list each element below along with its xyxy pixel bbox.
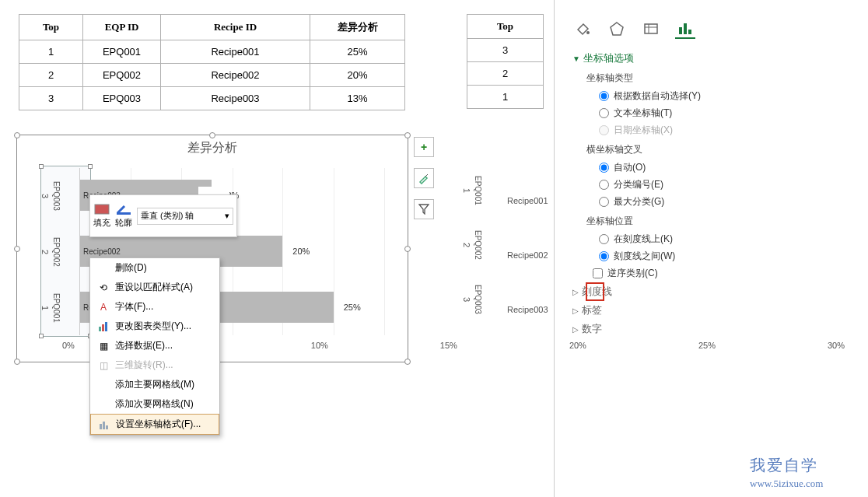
brush-icon [418, 172, 430, 184]
ctx-delete[interactable]: 删除(D) [90, 258, 219, 278]
fill-button[interactable]: 填充 [93, 203, 110, 229]
section-number[interactable]: ▷数字 [572, 322, 860, 336]
svg-marker-9 [611, 23, 623, 35]
th-diff: 差异分析 [310, 15, 405, 40]
annotation-highlight-box [586, 282, 604, 301]
effects-tab[interactable] [607, 19, 627, 39]
radio-text-axis[interactable]: 文本坐标轴(T) [599, 107, 860, 120]
th-recipe: Recipe ID [161, 15, 310, 40]
reset-icon: ⟲ [96, 282, 110, 294]
th-top2: Top [467, 15, 544, 39]
top-table-right: Top 3 2 1 [467, 14, 544, 109]
axis-pos-label: 坐标轴位置 [586, 215, 860, 228]
table-row: 1 [467, 86, 544, 109]
section-labels[interactable]: ▷标签 [572, 303, 860, 317]
font-icon: A [96, 301, 110, 313]
right-chart-partial: 1EPQ001 Recipe001 2EPQ002 Recipe002 3EPQ… [462, 163, 551, 334]
svg-rect-4 [105, 322, 107, 331]
paint-bucket-icon [574, 20, 591, 37]
rotate-3d-icon: ◫ [96, 359, 110, 372]
select-data-icon: ▦ [96, 340, 110, 352]
chart-type-icon [96, 320, 110, 333]
fill-line-tab[interactable] [572, 19, 593, 39]
th-top: Top [19, 15, 83, 40]
format-axis-panel: x ▼坐标轴选项 坐标轴类型 根据数据自动选择(Y) 文本坐标轴(T) 日期坐标… [572, 0, 860, 341]
radio-between-tick[interactable]: 刻度线之间(W) [599, 250, 860, 263]
svg-rect-2 [99, 327, 101, 331]
table-row: 2 [467, 62, 544, 86]
ctx-format-axis[interactable]: 设置坐标轴格式(F)... [90, 414, 219, 435]
size-properties-tab[interactable] [641, 19, 661, 39]
outline-button[interactable]: 轮廓 [115, 203, 132, 229]
th-eqp: EQP ID [83, 15, 161, 40]
radio-cat-number[interactable]: 分类编号(E) [599, 178, 860, 191]
svg-rect-3 [102, 324, 104, 331]
diff-analysis-table: Top EQP ID Recipe ID 差异分析 1EPQ001Recipe0… [19, 14, 405, 110]
svg-rect-1 [117, 212, 131, 215]
axis-type-label: 坐标轴类型 [586, 72, 860, 85]
filter-icon [418, 204, 429, 215]
format-axis-icon [97, 418, 111, 431]
svg-rect-11 [679, 27, 682, 34]
table-row: 3EPQ003Recipe00313% [19, 87, 405, 110]
svg-rect-5 [100, 424, 102, 429]
panel-divider[interactable] [554, 0, 555, 497]
radio-max-cat[interactable]: 最大分类(G) [599, 195, 860, 208]
svg-rect-12 [684, 23, 687, 34]
pentagon-icon [608, 20, 625, 37]
table-row: 1EPQ001Recipe00125% [19, 40, 405, 64]
ctx-add-minor-grid[interactable]: 添加次要网格线(N) [90, 394, 219, 414]
ctx-font[interactable]: A字体(F)... [90, 297, 219, 317]
radio-date-axis: 日期坐标轴(X) [599, 124, 860, 137]
bar-chart-icon [677, 19, 694, 37]
section-axis-options[interactable]: ▼坐标轴选项 [572, 51, 860, 65]
ctx-add-major-grid[interactable]: 添加主要网格线(M) [90, 375, 219, 394]
watermark: 我爱自学 www.5izixue.com [750, 455, 823, 490]
ctx-3d-rotate: ◫三维旋转(R)... [90, 355, 219, 375]
check-reverse-categories[interactable]: 逆序类别(C) [593, 267, 860, 280]
radio-on-tick[interactable]: 在刻度线上(K) [599, 233, 860, 246]
ctx-select-data[interactable]: ▦选择数据(E)... [90, 336, 219, 355]
size-icon [642, 20, 660, 37]
section-ticks[interactable]: ▷刻度线 [572, 285, 860, 299]
mini-format-toolbar: 填充 轮廓 垂直 (类别) 轴 ▾ [89, 194, 237, 237]
table-row: 3 [467, 39, 544, 62]
ctx-reset-style[interactable]: ⟲重设以匹配样式(A) [90, 278, 219, 297]
svg-rect-7 [106, 425, 108, 429]
svg-rect-0 [95, 205, 109, 214]
fill-icon [93, 203, 110, 215]
table-row: 2EPQ002Recipe00220% [19, 64, 405, 87]
chevron-down-icon: ▾ [225, 211, 229, 221]
svg-rect-6 [103, 422, 105, 429]
svg-rect-10 [645, 24, 657, 33]
chart-title: 差异分析 [17, 140, 408, 156]
chart-filter-button[interactable] [414, 199, 434, 219]
axis-context-menu: 删除(D) ⟲重设以匹配样式(A) A字体(F)... 更改图表类型(Y)...… [89, 257, 220, 436]
outline-icon [115, 203, 132, 215]
axis-options-tab[interactable] [675, 19, 695, 39]
radio-hcross-auto[interactable]: 自动(O) [599, 161, 860, 174]
svg-rect-13 [688, 30, 691, 34]
hcross-label: 横坐标轴交叉 [586, 143, 860, 156]
radio-auto-select[interactable]: 根据数据自动选择(Y) [599, 89, 860, 103]
axis-selector-dropdown[interactable]: 垂直 (类别) 轴 ▾ [137, 208, 233, 225]
chart-add-element-button[interactable]: + [414, 137, 434, 157]
chart-style-brush-button[interactable] [414, 168, 434, 188]
ctx-change-chart-type[interactable]: 更改图表类型(Y)... [90, 317, 219, 336]
svg-point-8 [586, 31, 590, 34]
